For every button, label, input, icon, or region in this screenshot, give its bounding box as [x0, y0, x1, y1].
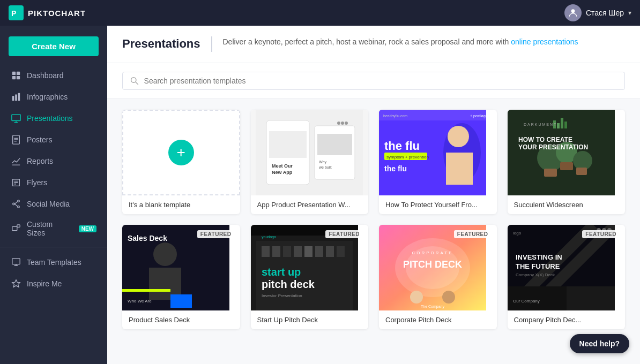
sidebar-item-social-media[interactable]: Social Media [0, 193, 107, 215]
page-header: Presentations Deliver a keynote, perfect… [107, 26, 640, 63]
svg-text:PITCH DECK: PITCH DECK [403, 259, 462, 270]
svg-text:yourlogo: yourlogo [262, 235, 276, 239]
sidebar-item-flyers[interactable]: Flyers [0, 172, 107, 193]
avatar [564, 4, 582, 21]
template-card-sales-deck[interactable]: Sales Deck Who We Are FEATURED Product S… [122, 225, 240, 329]
reports-icon [11, 156, 21, 166]
svg-point-19 [18, 206, 20, 208]
create-new-button[interactable]: Create New [9, 36, 99, 56]
new-badge: NEW [79, 225, 96, 232]
plus-icon: + [168, 140, 194, 165]
sidebar-item-infographics[interactable]: Infographics [0, 86, 107, 108]
svg-rect-7 [12, 96, 14, 101]
online-presentations-link[interactable]: online presentations [511, 37, 578, 46]
sidebar-label-presentations: Presentations [27, 114, 73, 123]
svg-rect-4 [17, 72, 20, 75]
svg-rect-71 [122, 289, 170, 292]
svg-text:the flu: the flu [384, 139, 420, 153]
poster-icon [11, 134, 21, 145]
template-card-blank[interactable]: + It's a blank template [122, 110, 240, 214]
help-button[interactable]: Need help? [570, 334, 629, 353]
svg-text:INVESTING IN: INVESTING IN [516, 253, 562, 261]
logo[interactable]: P PIKTOCHART [9, 5, 86, 20]
svg-rect-58 [544, 169, 557, 177]
template-thumb-blank: + [122, 110, 240, 195]
template-thumb-startup: yourlogo start up pitch deck Investor Pr… [251, 225, 369, 310]
svg-rect-78 [262, 246, 270, 257]
svg-text:start up: start up [262, 266, 301, 278]
svg-point-20 [13, 203, 15, 205]
sidebar-label-posters: Posters [27, 135, 52, 144]
svg-text:pitch deck: pitch deck [262, 278, 315, 290]
topbar: P PIKTOCHART Стася Шер ▾ [0, 0, 640, 26]
template-card-startup[interactable]: yourlogo start up pitch deck Investor Pr… [251, 225, 369, 329]
svg-text:Investor Presentation: Investor Presentation [262, 293, 302, 298]
template-card-company[interactable]: logo INVESTING IN THE FUTURE Company X(X… [508, 225, 626, 329]
sidebar-label-infographics: Infographics [27, 93, 68, 101]
svg-rect-83 [315, 246, 323, 257]
svg-text:healthyflu.com: healthyflu.com [383, 114, 407, 118]
sidebar-item-presentations[interactable]: Presentations [0, 108, 107, 129]
svg-rect-63 [561, 118, 563, 128]
piktochart-logo-icon: P [9, 5, 24, 20]
flyers-icon [11, 177, 21, 188]
sidebar-item-reports[interactable]: Reports [0, 150, 107, 172]
svg-text:DARKUMENT: DARKUMENT [524, 123, 557, 126]
template-card-app-product[interactable]: Meet Our New App Why we built App Produc… [251, 110, 369, 214]
template-card-flu[interactable]: healthyflu.com + postlago the flu sympto… [379, 110, 497, 214]
template-thumb-app-product: Meet Our New App Why we built [251, 110, 369, 195]
svg-point-40 [337, 122, 340, 125]
template-label-app-product: App Product Presentation W... [251, 195, 369, 214]
template-label-blank: It's a blank template [122, 195, 240, 214]
svg-rect-10 [12, 115, 20, 121]
templates-area: + It's a blank template Meet Our New App [107, 99, 640, 364]
search-icon [130, 77, 139, 85]
username: Стася Шер [586, 9, 624, 17]
svg-line-22 [14, 204, 17, 207]
search-input[interactable] [144, 77, 617, 85]
template-thumb-flu: healthyflu.com + postlago the flu sympto… [379, 110, 497, 195]
sidebar-item-posters[interactable]: Posters [0, 129, 107, 150]
chart-bar-icon [11, 92, 21, 102]
svg-rect-8 [15, 95, 17, 101]
svg-rect-3 [12, 72, 16, 75]
svg-rect-5 [12, 76, 16, 79]
templates-grid: + It's a blank template Meet Our New App [122, 110, 625, 329]
search-bar [122, 72, 625, 90]
svg-rect-25 [12, 259, 20, 264]
presentation-icon [11, 113, 21, 124]
sidebar-item-custom-sizes[interactable]: Custom Sizes NEW [0, 215, 107, 242]
svg-point-42 [345, 122, 348, 125]
svg-text:Company X(X) Deck: Company X(X) Deck [516, 272, 555, 277]
sidebar-item-team-templates[interactable]: Team Templates [0, 252, 107, 273]
svg-rect-62 [557, 123, 560, 128]
template-card-corporate[interactable]: CORPORATE PITCH DECK The Company FEATURE… [379, 225, 497, 329]
sidebar-label-reports: Reports [27, 157, 53, 165]
svg-point-96 [442, 291, 455, 304]
svg-rect-79 [272, 246, 280, 257]
sidebar-label-team-templates: Team Templates [27, 258, 81, 267]
svg-text:Why: Why [319, 160, 327, 164]
sidebar-item-inspire-me[interactable]: Inspire Me [0, 273, 107, 294]
custom-sizes-icon [11, 223, 21, 234]
search-container [107, 63, 640, 99]
svg-text:P: P [11, 9, 16, 18]
svg-point-69 [153, 242, 177, 266]
svg-point-18 [18, 200, 20, 202]
svg-rect-72 [170, 294, 192, 308]
svg-rect-82 [304, 246, 312, 257]
user-menu[interactable]: Стася Шер ▾ [564, 4, 631, 21]
sidebar-item-dashboard[interactable]: Dashboard [0, 65, 107, 86]
sidebar-divider [0, 247, 107, 247]
featured-badge-corporate: FEATURED [454, 230, 492, 238]
svg-text:CORPORATE: CORPORATE [412, 251, 453, 255]
svg-point-41 [341, 122, 344, 125]
svg-point-95 [410, 291, 423, 304]
template-label-startup: Start Up Pitch Deck [251, 310, 369, 329]
svg-rect-64 [564, 122, 567, 128]
svg-point-29 [131, 77, 136, 82]
svg-rect-80 [283, 246, 291, 257]
svg-rect-59 [560, 162, 573, 170]
template-card-succulent[interactable]: DARKUMENT HOW TO CREATE YOUR PRESENTATIO… [508, 110, 626, 214]
svg-rect-23 [12, 226, 17, 230]
